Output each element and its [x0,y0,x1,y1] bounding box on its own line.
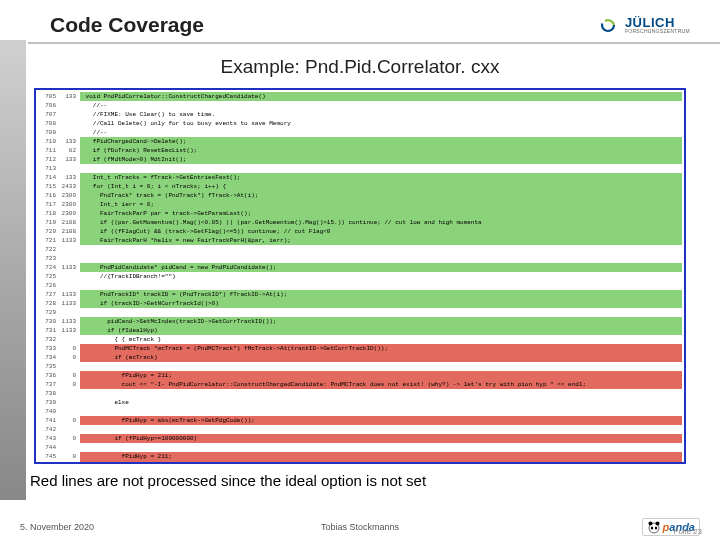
svg-point-2 [648,522,652,526]
code-row: 740 [38,407,682,416]
code-row: 7370 cout << "-I- PndPidCorrelator::Cons… [38,380,682,389]
footer-author: Tobias Stockmanns [321,522,399,532]
code-row: 714133 Int_t nTracks = fTrack->GetEntrie… [38,173,682,182]
footer-date: 5. November 2020 [20,522,94,532]
code-row: 712133 if (fMdtMode>0) MdtInit(); [38,155,682,164]
code-row: 729 [38,308,682,317]
code-row: 7182300 FairTrackParP par = track->GetPa… [38,209,682,218]
code-row: 708 //Call Delete() only for too busy ev… [38,119,682,128]
code-row: 726 [38,281,682,290]
code-row: 722 [38,245,682,254]
code-row: 7241133 PndPidCandidate* pidCand = new P… [38,263,682,272]
svg-point-3 [655,522,659,526]
slide-number: Folie 23 [674,527,702,536]
code-row: 7301133 pidCand->SetMcIndex(trackID->Get… [38,317,682,326]
code-row: 725 //{TrackIDBranch!="") [38,272,682,281]
code-row: 7410 fPidHyp = abs(mcTrack->GetPdgCode()… [38,416,682,425]
code-row: 739 else [38,398,682,407]
svg-point-4 [650,526,652,529]
code-row: 710133 fPidChargedCand->Delete(); [38,137,682,146]
code-row: 709 //-- [38,128,682,137]
panda-icon [647,520,661,534]
code-row: 732 { { mcTrack } [38,335,682,344]
julich-sub: FORSCHUNGSZENTRUM [625,29,690,34]
code-row: 744 [38,443,682,452]
julich-icon [601,15,621,35]
code-row: 7172300 Int_t ierr = 0; [38,200,682,209]
code-row: 707 //FIXME: Use Clear() to save time. [38,110,682,119]
code-row: 7211133 FairTrackParH *helix = new FairT… [38,236,682,245]
code-row: 738 [38,389,682,398]
header: Code Coverage JÜLICH FORSCHUNGSZENTRUM [0,0,720,42]
slide-title: Code Coverage [50,13,204,37]
julich-logo: JÜLICH FORSCHUNGSZENTRUM [601,15,690,35]
code-row: 7162300 PndTrack* track = (PndTrack*) fT… [38,191,682,200]
code-row: 7152433 for (Int_t i = 0; i < nTracks; i… [38,182,682,191]
code-row: 7340 if (mcTrack) [38,353,682,362]
code-row: 7192188 if ((par.GetMomentum().Mag()<0.0… [38,218,682,227]
header-divider [28,42,720,44]
code-row: 7430 if (fPidHyp>=100000000) [38,434,682,443]
code-row: 7271133 PndTrackID* trackID = (PndTrackI… [38,290,682,299]
code-row: 735 [38,362,682,371]
code-row: 7281133 if (trackID->GetNCorrTrackId()>0… [38,299,682,308]
footer: 5. November 2020 Tobias Stockmanns panda [0,518,720,536]
caption: Red lines are not processed since the id… [30,472,720,489]
code-row: 7360 fPidHyp = 211; [38,371,682,380]
code-row: 742 [38,425,682,434]
subtitle: Example: Pnd.Pid.Correlator. cxx [0,56,720,78]
code-row: 7202188 if ((fFlagCut) && (track->GetFla… [38,227,682,236]
svg-point-5 [654,526,656,529]
code-row: 723 [38,254,682,263]
code-row: 7330 PndMCTrack *mcTrack = (PndMCTrack*)… [38,344,682,353]
code-row: 7460 std::cout << "-I- PndPidCorrelator:… [38,461,682,464]
code-row: 7311133 if (fIdealHyp) [38,326,682,335]
code-row: 706 //-- [38,101,682,110]
code-row: 713 [38,164,682,173]
code-row: 7450 fPidHyp = 211; [38,452,682,461]
left-decoration-bar [0,40,26,500]
code-coverage-listing: 705133 void PndPidCorrelator::ConstructC… [34,88,686,464]
julich-text: JÜLICH FORSCHUNGSZENTRUM [625,16,690,34]
code-row: 71162 if (fDoTrack) ResetEmcList(); [38,146,682,155]
code-row: 705133 void PndPidCorrelator::ConstructC… [38,92,682,101]
